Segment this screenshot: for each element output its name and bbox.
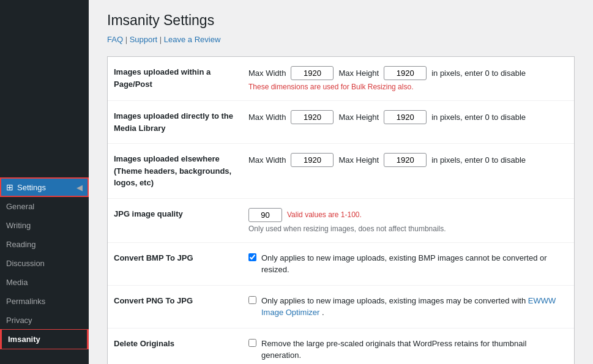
delete-originals-description: Remove the large pre-scaled originals th… [261, 338, 568, 362]
elsewhere-maxheight-input[interactable] [384, 153, 427, 167]
page-post-maxheight-input[interactable] [384, 66, 427, 80]
sidebar-item-discussion[interactable]: Discussion [0, 254, 89, 273]
convert-bmp-control: Only applies to new image uploads, exist… [248, 252, 568, 276]
media-library-maxwidth-input[interactable] [291, 110, 334, 124]
elsewhere-maxwidth-input[interactable] [291, 153, 334, 167]
delete-originals-checkbox[interactable] [248, 339, 256, 347]
links-bar: FAQ | Support | Leave a Review [107, 35, 575, 44]
sidebar: ⊞ Settings ◀ General Writing Reading Dis… [0, 0, 89, 364]
elsewhere-control: Max Width Max Height in pixels, enter 0 … [248, 153, 568, 167]
imsanity-label: Imsanity [8, 335, 40, 344]
jpg-quality-label: JPG image quality [114, 208, 248, 220]
convert-png-pre: Only applies to new image uploads, exist… [261, 296, 526, 305]
convert-png-checkbox[interactable] [248, 296, 256, 304]
convert-bmp-checkbox[interactable] [248, 253, 256, 261]
settings-menu-label: Settings [17, 183, 46, 192]
quality-sub-hint: Only used when resizing images, does not… [248, 225, 568, 233]
jpg-quality-input[interactable] [248, 208, 282, 222]
page-post-label: Images uploaded within a Page/Post [114, 66, 248, 90]
media-library-control: Max Width Max Height in pixels, enter 0 … [248, 110, 568, 124]
convert-png-label: Convert PNG To JPG [114, 295, 248, 307]
grid-icon: ⊞ [6, 182, 13, 192]
media-library-maxwidth-label: Max Width [248, 113, 286, 122]
media-library-label: Images uploaded directly to the Media Li… [114, 110, 248, 134]
elsewhere-pixels-text: in pixels, enter 0 to disable [431, 155, 526, 165]
elsewhere-maxwidth-label: Max Width [248, 155, 286, 165]
elsewhere-maxheight-label: Max Height [338, 155, 379, 165]
sep2: | [160, 35, 164, 44]
main-content: Imsanity Settings FAQ | Support | Leave … [89, 0, 593, 364]
page-post-row: Images uploaded within a Page/Post Max W… [108, 57, 574, 101]
page-title: Imsanity Settings [107, 12, 575, 29]
media-library-maxheight-label: Max Height [338, 113, 379, 122]
sep1: | [125, 35, 130, 44]
convert-bmp-description: Only applies to new image uploads, exist… [261, 252, 568, 276]
convert-png-control: Only applies to new image uploads, exist… [248, 295, 568, 319]
sidebar-item-imsanity[interactable]: Imsanity [0, 330, 89, 349]
collapse-icon: ◀ [76, 183, 83, 192]
sidebar-item-writing[interactable]: Writing [0, 216, 89, 235]
privacy-label: Privacy [6, 316, 32, 325]
quality-valid-hint: Valid values are 1-100. [287, 210, 362, 219]
writing-label: Writing [6, 221, 31, 230]
media-library-pixels-text: in pixels, enter 0 to disable [431, 113, 526, 122]
elsewhere-row: Images uploaded elsewhere (Theme headers… [108, 144, 574, 199]
convert-bmp-row: Convert BMP To JPG Only applies to new i… [108, 243, 574, 286]
page-post-maxwidth-label: Max Width [248, 69, 286, 78]
page-post-pixels-text: in pixels, enter 0 to disable [431, 69, 526, 78]
delete-originals-row: Delete Originals Remove the large pre-sc… [108, 329, 574, 365]
permalinks-label: Permalinks [6, 297, 45, 306]
sidebar-item-permalinks[interactable]: Permalinks [0, 292, 89, 311]
jpg-quality-row: JPG image quality Valid values are 1-100… [108, 199, 574, 243]
sidebar-item-settings[interactable]: ⊞ Settings ◀ [0, 177, 89, 197]
sidebar-item-media[interactable]: Media [0, 273, 89, 292]
settings-table: Images uploaded within a Page/Post Max W… [107, 56, 575, 364]
convert-png-description: Only applies to new image uploads, exist… [261, 295, 568, 319]
page-post-maxwidth-input[interactable] [291, 66, 334, 80]
discussion-label: Discussion [6, 259, 45, 268]
media-label: Media [6, 278, 28, 287]
faq-link[interactable]: FAQ [107, 35, 123, 44]
general-label: General [6, 202, 34, 211]
leave-review-link[interactable]: Leave a Review [164, 35, 221, 44]
reading-label: Reading [6, 240, 35, 249]
support-link[interactable]: Support [130, 35, 158, 44]
convert-png-post: . [322, 308, 324, 317]
sidebar-item-privacy[interactable]: Privacy [0, 311, 89, 330]
delete-originals-label: Delete Originals [114, 338, 248, 350]
jpg-quality-control: Valid values are 1-100. Only used when r… [248, 208, 568, 233]
delete-originals-control: Remove the large pre-scaled originals th… [248, 338, 568, 362]
page-post-hint: These dimensions are used for Bulk Resiz… [248, 83, 568, 91]
media-library-maxheight-input[interactable] [384, 110, 427, 124]
sidebar-item-general[interactable]: General [0, 197, 89, 216]
media-library-row: Images uploaded directly to the Media Li… [108, 101, 574, 144]
page-post-maxheight-label: Max Height [338, 69, 379, 78]
convert-bmp-label: Convert BMP To JPG [114, 252, 248, 264]
page-post-control: Max Width Max Height in pixels, enter 0 … [248, 66, 568, 91]
sidebar-item-reading[interactable]: Reading [0, 235, 89, 254]
convert-png-row: Convert PNG To JPG Only applies to new i… [108, 286, 574, 329]
elsewhere-label: Images uploaded elsewhere (Theme headers… [114, 153, 248, 189]
